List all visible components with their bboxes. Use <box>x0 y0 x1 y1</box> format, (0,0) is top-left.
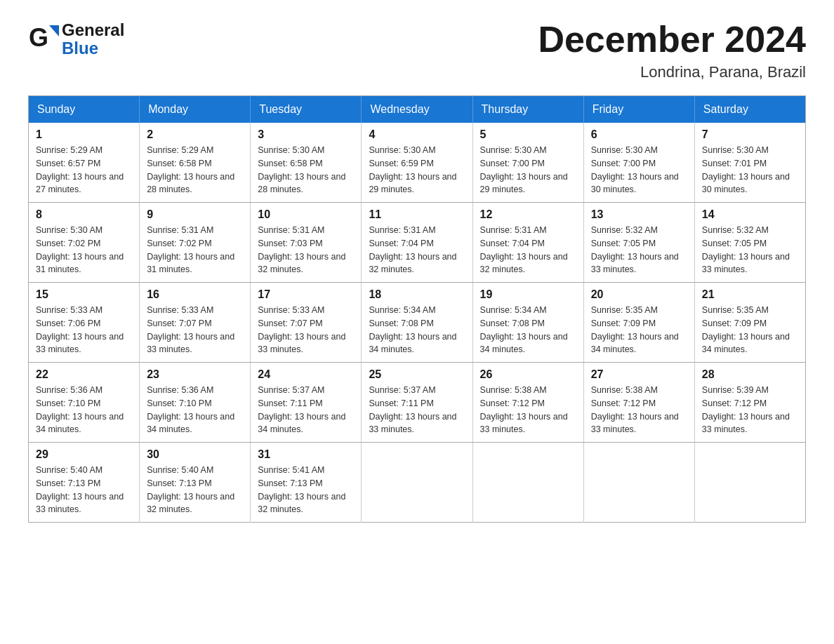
month-year-title: December 2024 <box>538 21 806 58</box>
empty-cell <box>472 443 583 523</box>
day-info: Sunrise: 5:31 AMSunset: 7:02 PMDaylight:… <box>147 224 243 276</box>
day-cell-10: 10Sunrise: 5:31 AMSunset: 7:03 PMDayligh… <box>251 203 362 283</box>
day-cell-9: 9Sunrise: 5:31 AMSunset: 7:02 PMDaylight… <box>140 203 251 283</box>
title-area: December 2024 Londrina, Parana, Brazil <box>538 21 806 81</box>
day-info: Sunrise: 5:29 AMSunset: 6:58 PMDaylight:… <box>147 144 243 196</box>
weekday-header-sunday: Sunday <box>29 96 140 123</box>
day-cell-17: 17Sunrise: 5:33 AMSunset: 7:07 PMDayligh… <box>251 283 362 363</box>
day-number: 7 <box>702 128 798 141</box>
day-info: Sunrise: 5:35 AMSunset: 7:09 PMDaylight:… <box>591 304 687 356</box>
week-row-5: 29Sunrise: 5:40 AMSunset: 7:13 PMDayligh… <box>29 443 806 523</box>
logo-area: G General Blue <box>28 21 124 58</box>
day-cell-24: 24Sunrise: 5:37 AMSunset: 7:11 PMDayligh… <box>251 363 362 443</box>
day-cell-8: 8Sunrise: 5:30 AMSunset: 7:02 PMDaylight… <box>29 203 140 283</box>
day-info: Sunrise: 5:33 AMSunset: 7:06 PMDaylight:… <box>36 304 132 356</box>
day-number: 11 <box>369 208 465 221</box>
weekday-header-tuesday: Tuesday <box>251 96 362 123</box>
day-info: Sunrise: 5:33 AMSunset: 7:07 PMDaylight:… <box>258 304 354 356</box>
day-cell-27: 27Sunrise: 5:38 AMSunset: 7:12 PMDayligh… <box>583 363 694 443</box>
day-number: 31 <box>258 448 354 461</box>
empty-cell <box>694 443 805 523</box>
logo: G General Blue <box>28 21 124 58</box>
day-cell-16: 16Sunrise: 5:33 AMSunset: 7:07 PMDayligh… <box>140 283 251 363</box>
day-number: 4 <box>369 128 465 141</box>
week-row-1: 1Sunrise: 5:29 AMSunset: 6:57 PMDaylight… <box>29 123 806 203</box>
day-number: 25 <box>369 368 465 381</box>
weekday-header-row: SundayMondayTuesdayWednesdayThursdayFrid… <box>29 96 806 123</box>
day-number: 30 <box>147 448 243 461</box>
svg-text:G: G <box>29 24 48 52</box>
day-number: 13 <box>591 208 687 221</box>
day-info: Sunrise: 5:31 AMSunset: 7:03 PMDaylight:… <box>258 224 354 276</box>
day-cell-4: 4Sunrise: 5:30 AMSunset: 6:59 PMDaylight… <box>362 123 472 203</box>
day-cell-30: 30Sunrise: 5:40 AMSunset: 7:13 PMDayligh… <box>140 443 251 523</box>
day-info: Sunrise: 5:40 AMSunset: 7:13 PMDaylight:… <box>147 464 243 516</box>
day-info: Sunrise: 5:30 AMSunset: 6:59 PMDaylight:… <box>369 144 465 196</box>
day-info: Sunrise: 5:33 AMSunset: 7:07 PMDaylight:… <box>147 304 243 356</box>
day-number: 27 <box>591 368 687 381</box>
header: G General Blue December 2024 Londrina, P… <box>28 21 806 81</box>
day-info: Sunrise: 5:30 AMSunset: 7:02 PMDaylight:… <box>36 224 132 276</box>
day-cell-6: 6Sunrise: 5:30 AMSunset: 7:00 PMDaylight… <box>583 123 694 203</box>
empty-cell <box>583 443 694 523</box>
day-info: Sunrise: 5:30 AMSunset: 7:00 PMDaylight:… <box>480 144 576 196</box>
day-cell-1: 1Sunrise: 5:29 AMSunset: 6:57 PMDaylight… <box>29 123 140 203</box>
weekday-header-wednesday: Wednesday <box>362 96 472 123</box>
weekday-header-friday: Friday <box>583 96 694 123</box>
day-cell-15: 15Sunrise: 5:33 AMSunset: 7:06 PMDayligh… <box>29 283 140 363</box>
day-info: Sunrise: 5:30 AMSunset: 6:58 PMDaylight:… <box>258 144 354 196</box>
day-cell-22: 22Sunrise: 5:36 AMSunset: 7:10 PMDayligh… <box>29 363 140 443</box>
day-number: 24 <box>258 368 354 381</box>
empty-cell <box>362 443 472 523</box>
day-cell-23: 23Sunrise: 5:36 AMSunset: 7:10 PMDayligh… <box>140 363 251 443</box>
day-number: 5 <box>480 128 576 141</box>
day-info: Sunrise: 5:34 AMSunset: 7:08 PMDaylight:… <box>480 304 576 356</box>
day-cell-14: 14Sunrise: 5:32 AMSunset: 7:05 PMDayligh… <box>694 203 805 283</box>
logo-blue-text: Blue <box>62 39 124 58</box>
day-number: 28 <box>702 368 798 381</box>
day-info: Sunrise: 5:37 AMSunset: 7:11 PMDaylight:… <box>369 384 465 436</box>
day-cell-2: 2Sunrise: 5:29 AMSunset: 6:58 PMDaylight… <box>140 123 251 203</box>
day-cell-13: 13Sunrise: 5:32 AMSunset: 7:05 PMDayligh… <box>583 203 694 283</box>
logo-svg-icon: G <box>28 24 59 55</box>
day-number: 8 <box>36 208 132 221</box>
day-cell-26: 26Sunrise: 5:38 AMSunset: 7:12 PMDayligh… <box>472 363 583 443</box>
day-number: 26 <box>480 368 576 381</box>
day-info: Sunrise: 5:30 AMSunset: 7:00 PMDaylight:… <box>591 144 687 196</box>
day-number: 19 <box>480 288 576 301</box>
day-info: Sunrise: 5:37 AMSunset: 7:11 PMDaylight:… <box>258 384 354 436</box>
day-cell-5: 5Sunrise: 5:30 AMSunset: 7:00 PMDaylight… <box>472 123 583 203</box>
weekday-header-monday: Monday <box>140 96 251 123</box>
day-number: 12 <box>480 208 576 221</box>
day-cell-21: 21Sunrise: 5:35 AMSunset: 7:09 PMDayligh… <box>694 283 805 363</box>
day-number: 23 <box>147 368 243 381</box>
day-info: Sunrise: 5:38 AMSunset: 7:12 PMDaylight:… <box>591 384 687 436</box>
day-info: Sunrise: 5:32 AMSunset: 7:05 PMDaylight:… <box>702 224 798 276</box>
day-number: 15 <box>36 288 132 301</box>
day-cell-7: 7Sunrise: 5:30 AMSunset: 7:01 PMDaylight… <box>694 123 805 203</box>
day-cell-3: 3Sunrise: 5:30 AMSunset: 6:58 PMDaylight… <box>251 123 362 203</box>
svg-marker-2 <box>49 25 59 36</box>
day-number: 20 <box>591 288 687 301</box>
day-number: 17 <box>258 288 354 301</box>
day-cell-11: 11Sunrise: 5:31 AMSunset: 7:04 PMDayligh… <box>362 203 472 283</box>
day-info: Sunrise: 5:41 AMSunset: 7:13 PMDaylight:… <box>258 464 354 516</box>
day-number: 22 <box>36 368 132 381</box>
week-row-3: 15Sunrise: 5:33 AMSunset: 7:06 PMDayligh… <box>29 283 806 363</box>
day-info: Sunrise: 5:40 AMSunset: 7:13 PMDaylight:… <box>36 464 132 516</box>
day-number: 18 <box>369 288 465 301</box>
day-info: Sunrise: 5:34 AMSunset: 7:08 PMDaylight:… <box>369 304 465 356</box>
day-info: Sunrise: 5:36 AMSunset: 7:10 PMDaylight:… <box>147 384 243 436</box>
day-info: Sunrise: 5:29 AMSunset: 6:57 PMDaylight:… <box>36 144 132 196</box>
day-cell-19: 19Sunrise: 5:34 AMSunset: 7:08 PMDayligh… <box>472 283 583 363</box>
weekday-header-thursday: Thursday <box>472 96 583 123</box>
day-cell-20: 20Sunrise: 5:35 AMSunset: 7:09 PMDayligh… <box>583 283 694 363</box>
day-info: Sunrise: 5:31 AMSunset: 7:04 PMDaylight:… <box>369 224 465 276</box>
week-row-2: 8Sunrise: 5:30 AMSunset: 7:02 PMDaylight… <box>29 203 806 283</box>
day-info: Sunrise: 5:31 AMSunset: 7:04 PMDaylight:… <box>480 224 576 276</box>
location-subtitle: Londrina, Parana, Brazil <box>538 63 806 81</box>
logo-general-text: General <box>62 21 124 39</box>
day-number: 1 <box>36 128 132 141</box>
week-row-4: 22Sunrise: 5:36 AMSunset: 7:10 PMDayligh… <box>29 363 806 443</box>
day-number: 21 <box>702 288 798 301</box>
